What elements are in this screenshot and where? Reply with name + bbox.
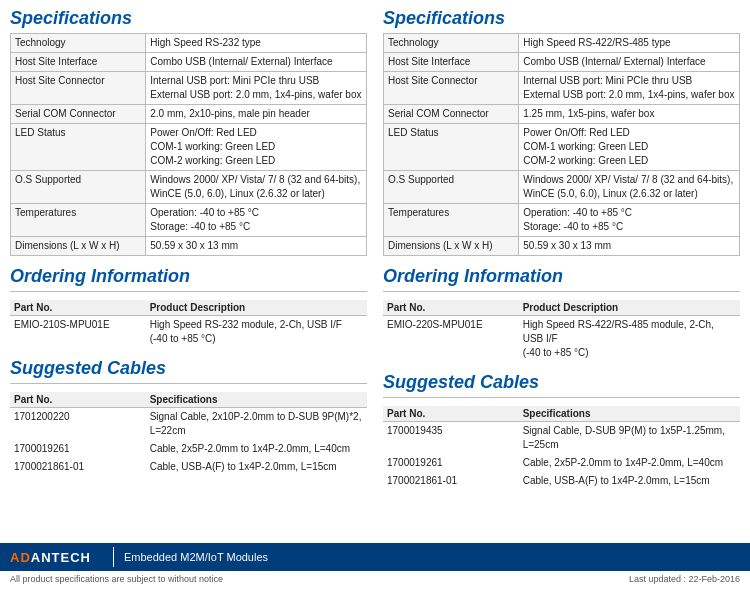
footer-logo-adv: AD: [10, 550, 31, 565]
ordering-col-header: Product Description: [146, 300, 367, 316]
spec-label: Temperatures: [384, 204, 519, 237]
left-ordering-title: Ordering Information: [10, 266, 367, 287]
right-column: Specifications TechnologyHigh Speed RS-4…: [383, 8, 740, 500]
spec-label: Serial COM Connector: [11, 105, 146, 124]
spec-label: Host Site Interface: [11, 53, 146, 72]
spec-label: Host Site Interface: [384, 53, 519, 72]
main-content: Specifications TechnologyHigh Speed RS-2…: [0, 0, 750, 504]
table-row: Serial COM Connector2.0 mm, 2x10-pins, m…: [11, 105, 367, 124]
spec-value: Combo USB (Internal/ External) Interface: [519, 53, 740, 72]
table-row: Host Site InterfaceCombo USB (Internal/ …: [384, 53, 740, 72]
left-column: Specifications TechnologyHigh Speed RS-2…: [10, 8, 367, 500]
right-specs-table: TechnologyHigh Speed RS-422/RS-485 typeH…: [383, 33, 740, 256]
left-ordering-divider: [10, 291, 367, 292]
spec-label: O.S Supported: [384, 171, 519, 204]
spec-label: Host Site Connector: [384, 72, 519, 105]
spec-value: Combo USB (Internal/ External) Interface: [146, 53, 367, 72]
ordering-col-header: Part No.: [10, 300, 146, 316]
spec-label: Dimensions (L x W x H): [384, 237, 519, 256]
cable-part-no: 1700019435: [383, 422, 519, 455]
left-specs-table: TechnologyHigh Speed RS-232 typeHost Sit…: [10, 33, 367, 256]
table-row: Serial COM Connector1.25 mm, 1x5-pins, w…: [384, 105, 740, 124]
spec-label: O.S Supported: [11, 171, 146, 204]
cables-col-header: Specifications: [519, 406, 740, 422]
product-description: High Speed RS-422/RS-485 module, 2-Ch, U…: [519, 316, 740, 363]
list-item: 1700021861-01Cable, USB-A(F) to 1x4P-2.0…: [10, 458, 367, 476]
spec-label: Technology: [384, 34, 519, 53]
footer-product-line: Embedded M2M/IoT Modules: [124, 551, 268, 563]
table-row: O.S SupportedWindows 2000/ XP/ Vista/ 7/…: [384, 171, 740, 204]
cable-spec: Cable, USB-A(F) to 1x4P-2.0mm, L=15cm: [146, 458, 367, 476]
spec-value: Windows 2000/ XP/ Vista/ 7/ 8 (32 and 64…: [146, 171, 367, 204]
spec-label: LED Status: [384, 124, 519, 171]
footer-bar: ADANTECH Embedded M2M/IoT Modules: [0, 543, 750, 571]
footer-bar-divider: [113, 547, 114, 567]
spec-value: 1.25 mm, 1x5-pins, wafer box: [519, 105, 740, 124]
table-row: EMIO-210S-MPU01EHigh Speed RS-232 module…: [10, 316, 367, 349]
table-row: LED StatusPower On/Off: Red LED COM-1 wo…: [11, 124, 367, 171]
page-wrapper: Specifications TechnologyHigh Speed RS-2…: [0, 0, 750, 591]
left-specs-title: Specifications: [10, 8, 367, 29]
product-description: High Speed RS-232 module, 2-Ch, USB I/F …: [146, 316, 367, 349]
spec-value: 50.59 x 30 x 13 mm: [519, 237, 740, 256]
spec-value: Internal USB port: Mini PCIe thru USB Ex…: [519, 72, 740, 105]
cable-part-no: 1700021861-01: [10, 458, 146, 476]
cable-spec: Cable, 2x5P-2.0mm to 1x4P-2.0mm, L=40cm: [519, 454, 740, 472]
cables-col-header: Specifications: [146, 392, 367, 408]
list-item: 1700021861-01Cable, USB-A(F) to 1x4P-2.0…: [383, 472, 740, 490]
table-row: O.S SupportedWindows 2000/ XP/ Vista/ 7/…: [11, 171, 367, 204]
ordering-col-header: Product Description: [519, 300, 740, 316]
spec-value: Operation: -40 to +85 °C Storage: -40 to…: [146, 204, 367, 237]
table-row: Host Site InterfaceCombo USB (Internal/ …: [11, 53, 367, 72]
list-item: 1700019261Cable, 2x5P-2.0mm to 1x4P-2.0m…: [383, 454, 740, 472]
table-row: Dimensions (L x W x H)50.59 x 30 x 13 mm: [384, 237, 740, 256]
cable-part-no: 1700021861-01: [383, 472, 519, 490]
spec-value: 2.0 mm, 2x10-pins, male pin header: [146, 105, 367, 124]
footer-disclaimer: All product specifications are subject t…: [10, 574, 223, 584]
spec-value: High Speed RS-232 type: [146, 34, 367, 53]
spec-label: Host Site Connector: [11, 72, 146, 105]
cable-part-no: 1700019261: [383, 454, 519, 472]
spec-value: Operation: -40 to +85 °C Storage: -40 to…: [519, 204, 740, 237]
part-no: EMIO-210S-MPU01E: [10, 316, 146, 349]
table-row: Host Site ConnectorInternal USB port: Mi…: [384, 72, 740, 105]
cable-spec: Cable, USB-A(F) to 1x4P-2.0mm, L=15cm: [519, 472, 740, 490]
right-ordering-divider: [383, 291, 740, 292]
table-row: TemperaturesOperation: -40 to +85 °C Sto…: [384, 204, 740, 237]
right-ordering-table: Part No.Product Description EMIO-220S-MP…: [383, 300, 740, 362]
spec-value: High Speed RS-422/RS-485 type: [519, 34, 740, 53]
footer-logo: ADANTECH: [10, 550, 91, 565]
right-ordering-title: Ordering Information: [383, 266, 740, 287]
cable-spec: Signal Cable, D-SUB 9P(M) to 1x5P-1.25mm…: [519, 422, 740, 455]
right-cables-divider: [383, 397, 740, 398]
right-cables-title: Suggested Cables: [383, 372, 740, 393]
right-specs-title: Specifications: [383, 8, 740, 29]
list-item: 1701200220Signal Cable, 2x10P-2.0mm to D…: [10, 408, 367, 441]
footer-last-updated: Last updated : 22-Feb-2016: [629, 574, 740, 584]
cables-col-header: Part No.: [383, 406, 519, 422]
table-row: TechnologyHigh Speed RS-232 type: [11, 34, 367, 53]
spec-value: 50.59 x 30 x 13 mm: [146, 237, 367, 256]
cable-part-no: 1701200220: [10, 408, 146, 441]
spec-value: Power On/Off: Red LED COM-1 working: Gre…: [146, 124, 367, 171]
spec-label: Serial COM Connector: [384, 105, 519, 124]
spec-label: LED Status: [11, 124, 146, 171]
left-cables-divider: [10, 383, 367, 384]
spec-label: Technology: [11, 34, 146, 53]
cable-spec: Cable, 2x5P-2.0mm to 1x4P-2.0mm, L=40cm: [146, 440, 367, 458]
table-row: Host Site ConnectorInternal USB port: Mi…: [11, 72, 367, 105]
spec-value: Internal USB port: Mini PCIe thru USB Ex…: [146, 72, 367, 105]
cables-col-header: Part No.: [10, 392, 146, 408]
footer-bottom: All product specifications are subject t…: [0, 571, 750, 587]
right-cables-table: Part No.Specifications 1700019435Signal …: [383, 406, 740, 490]
left-ordering-table: Part No.Product Description EMIO-210S-MP…: [10, 300, 367, 348]
table-row: EMIO-220S-MPU01EHigh Speed RS-422/RS-485…: [383, 316, 740, 363]
left-cables-title: Suggested Cables: [10, 358, 367, 379]
spec-value: Power On/Off: Red LED COM-1 working: Gre…: [519, 124, 740, 171]
footer-logo-tech: ANTECH: [31, 550, 91, 565]
table-row: Dimensions (L x W x H)50.59 x 30 x 13 mm: [11, 237, 367, 256]
list-item: 1700019261Cable, 2x5P-2.0mm to 1x4P-2.0m…: [10, 440, 367, 458]
part-no: EMIO-220S-MPU01E: [383, 316, 519, 363]
ordering-col-header: Part No.: [383, 300, 519, 316]
table-row: TemperaturesOperation: -40 to +85 °C Sto…: [11, 204, 367, 237]
